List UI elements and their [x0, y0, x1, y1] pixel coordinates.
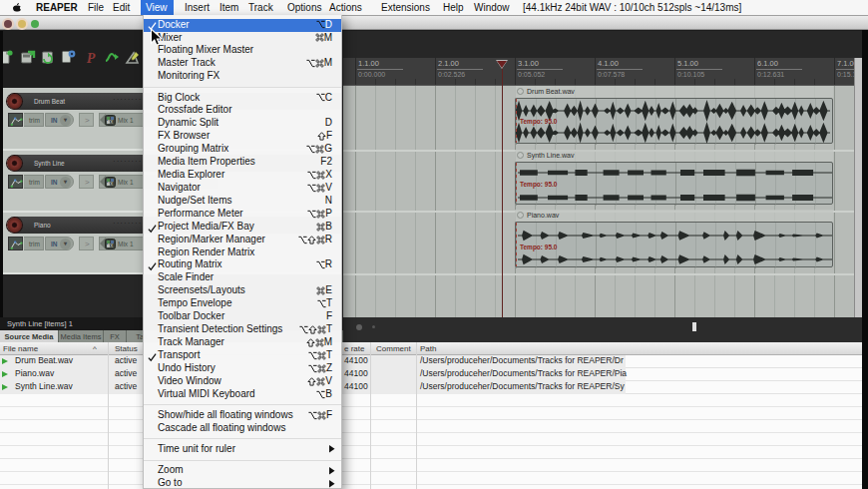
- svg-text:P: P: [87, 51, 96, 66]
- svg-text:FX: FX: [108, 120, 114, 125]
- svg-text:FX: FX: [108, 244, 114, 248]
- svg-text:FX: FX: [108, 182, 114, 187]
